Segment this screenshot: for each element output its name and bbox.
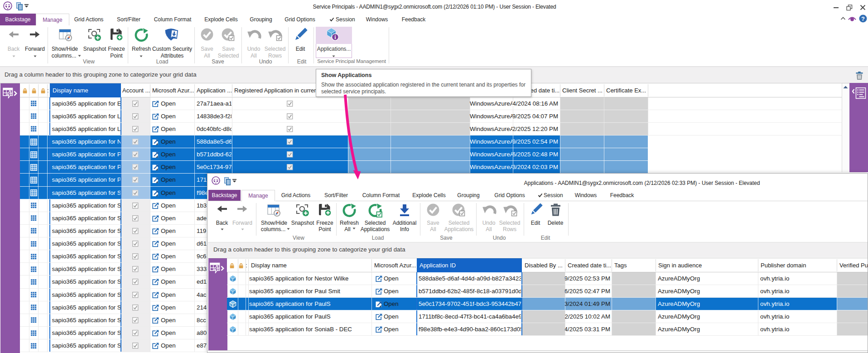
svg-text:?: ? [861,15,865,22]
